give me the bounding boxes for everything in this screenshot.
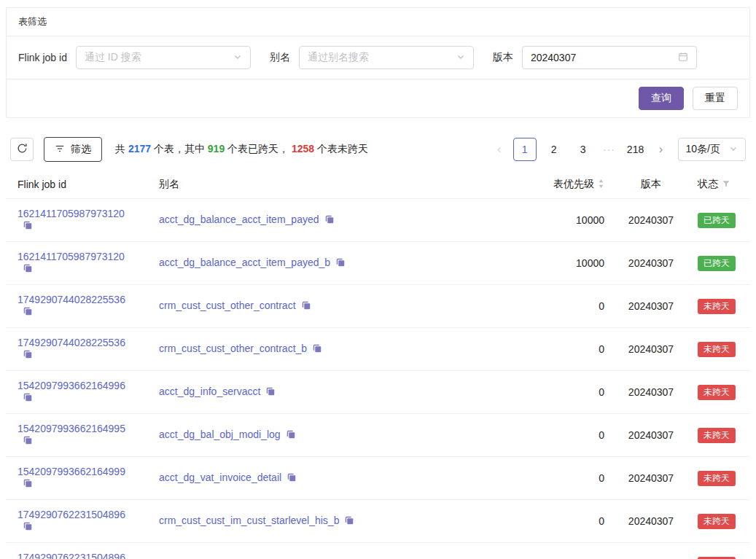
- refresh-icon: [17, 143, 28, 156]
- alias-label: 别名: [270, 51, 290, 64]
- status-badge: 未跨天: [698, 557, 736, 559]
- alias-select[interactable]: 通过别名搜索: [299, 46, 474, 69]
- table-row: 1749290762231504896 crm_cust_cust_im_cus…: [6, 543, 750, 559]
- copy-icon[interactable]: [312, 343, 322, 356]
- version-value: 20240307: [616, 285, 686, 328]
- filter-actions-row: 查询 重置: [7, 79, 749, 117]
- priority-value: 10000: [511, 199, 616, 242]
- copy-icon[interactable]: [286, 429, 296, 442]
- prev-page-button[interactable]: ‹: [491, 138, 507, 160]
- version-value: 20240307: [616, 371, 686, 414]
- flink-job-id-label: Flink job id: [18, 52, 67, 63]
- job-id-link[interactable]: 1542097993662164996: [17, 380, 125, 391]
- table-row: 1749290744028225536 crm_cust_cust_other_…: [6, 285, 750, 328]
- page: 表筛选 Flink job id 通过 ID 搜索 别名 通过别名搜索: [0, 0, 756, 559]
- filter-fields-row: Flink job id 通过 ID 搜索 别名 通过别名搜索: [7, 36, 749, 79]
- column-header-alias: 别名: [147, 171, 511, 199]
- copy-icon[interactable]: [23, 306, 33, 318]
- job-id-link[interactable]: 1621411705987973120: [17, 208, 125, 219]
- copy-icon[interactable]: [23, 478, 33, 490]
- alias-link[interactable]: crm_cust_cust_im_cust_starlevel_his_b: [159, 515, 339, 526]
- status-badge: 未跨天: [698, 342, 736, 357]
- funnel-filter-icon[interactable]: [722, 179, 730, 190]
- job-id-link[interactable]: 1749290762231504896: [17, 552, 125, 559]
- copy-icon[interactable]: [23, 349, 33, 361]
- page-button-218[interactable]: 218: [624, 138, 647, 161]
- alias-link[interactable]: crm_cust_cust_other_contract_b: [159, 343, 307, 354]
- priority-value: 0: [511, 414, 616, 457]
- status-badge: 未跨天: [698, 471, 736, 486]
- copy-icon[interactable]: [335, 257, 346, 270]
- copy-icon[interactable]: [23, 263, 33, 275]
- sorter-icon[interactable]: [598, 179, 604, 191]
- copy-icon[interactable]: [23, 220, 33, 232]
- version-value: 20240307: [616, 500, 686, 543]
- alias-link[interactable]: crm_cust_cust_other_contract: [159, 300, 296, 311]
- reset-button[interactable]: 重置: [693, 87, 738, 110]
- search-button[interactable]: 查询: [639, 87, 684, 110]
- alias-link[interactable]: acct_dg_balance_acct_item_payed: [159, 214, 319, 225]
- job-id-link[interactable]: 1749290762231504896: [17, 509, 125, 520]
- version-value: 20240307: [616, 414, 686, 457]
- version-value: 20240307: [616, 242, 686, 285]
- flink-job-id-select[interactable]: 通过 ID 搜索: [76, 46, 251, 69]
- version-value: 20240307: [616, 543, 686, 559]
- status-badge: 未跨天: [698, 385, 736, 400]
- copy-icon[interactable]: [23, 521, 33, 533]
- alias-field: 别名 通过别名搜索: [270, 46, 474, 69]
- alias-link[interactable]: acct_dg_info_servacct: [159, 386, 260, 397]
- status-badge: 已跨天: [698, 213, 736, 228]
- pagination-top: ‹ 123···218 › 10条/页: [491, 138, 746, 161]
- column-header-status[interactable]: 状态: [686, 171, 750, 199]
- total-count: 2177: [128, 143, 151, 155]
- version-value: 20240307: [616, 328, 686, 371]
- version-value: 20240307: [616, 199, 686, 242]
- page-button-3[interactable]: 3: [572, 138, 595, 161]
- priority-value: 0: [511, 328, 616, 371]
- refresh-button[interactable]: [10, 138, 34, 161]
- version-date-picker[interactable]: 20240307: [522, 46, 697, 69]
- copy-icon[interactable]: [265, 386, 276, 399]
- table-row: 1621411705987973120 acct_dg_balance_acct…: [6, 199, 750, 242]
- flink-job-id-field: Flink job id 通过 ID 搜索: [18, 46, 251, 69]
- filter-panel: 表筛选 Flink job id 通过 ID 搜索 别名 通过别名搜索: [6, 7, 750, 118]
- status-badge: 未跨天: [698, 428, 736, 443]
- table-row: 1542097993662164995 acct_dg_bal_obj_modi…: [6, 414, 750, 457]
- alias-link[interactable]: acct_dg_balance_acct_item_payed_b: [159, 257, 330, 268]
- copy-icon[interactable]: [23, 392, 33, 404]
- filter-button-label: 筛选: [71, 143, 91, 156]
- page-button-2[interactable]: 2: [542, 138, 566, 161]
- crossed-count: 919: [208, 143, 225, 155]
- copy-icon[interactable]: [301, 300, 311, 313]
- job-id-link[interactable]: 1621411705987973120: [17, 251, 125, 262]
- status-badge: 未跨天: [698, 299, 736, 314]
- copy-icon[interactable]: [287, 472, 297, 485]
- alias-link[interactable]: acct_dg_vat_invoice_detail: [159, 472, 281, 483]
- job-id-link[interactable]: 1542097993662164995: [17, 423, 125, 434]
- table-row: 1621411705987973120 acct_dg_balance_acct…: [6, 242, 750, 285]
- job-id-link[interactable]: 1749290744028225536: [17, 337, 125, 348]
- filter-lines-icon: [55, 144, 65, 156]
- priority-value: 0: [511, 285, 616, 328]
- copy-icon[interactable]: [344, 515, 354, 528]
- version-label: 版本: [493, 51, 513, 64]
- next-page-button[interactable]: ›: [653, 138, 669, 160]
- copy-icon[interactable]: [324, 214, 335, 227]
- column-header-priority[interactable]: 表优先级: [511, 171, 616, 199]
- chevron-down-icon: [456, 52, 465, 63]
- page-size-select[interactable]: 10条/页: [678, 138, 746, 161]
- job-id-link[interactable]: 1749290744028225536: [17, 294, 125, 305]
- flink-job-id-placeholder: 通过 ID 搜索: [85, 51, 141, 64]
- priority-value: 0: [511, 500, 616, 543]
- copy-icon[interactable]: [23, 435, 33, 447]
- alias-placeholder: 通过别名搜索: [308, 51, 369, 64]
- chevron-down-icon: [233, 52, 242, 63]
- job-id-link[interactable]: 1542097993662164999: [17, 466, 125, 477]
- page-ellipsis: ···: [601, 144, 618, 155]
- version-value: 20240307: [616, 457, 686, 500]
- filter-button[interactable]: 筛选: [44, 137, 102, 162]
- priority-value: 0: [511, 543, 616, 559]
- page-button-1[interactable]: 1: [513, 138, 537, 161]
- alias-link[interactable]: acct_dg_bal_obj_modi_log: [159, 429, 281, 440]
- table-body: 1621411705987973120 acct_dg_balance_acct…: [6, 199, 750, 559]
